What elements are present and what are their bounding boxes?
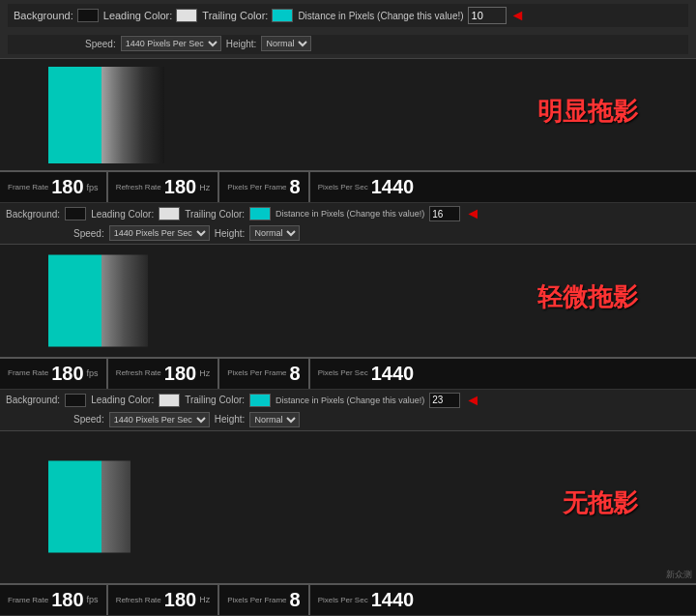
leading-swatch-p1[interactable]: [159, 207, 180, 220]
leading-color-swatch[interactable]: [176, 9, 197, 22]
pps-label-3: Pixels Per Sec: [318, 596, 368, 605]
leading-label-p2: Leading Color:: [91, 395, 154, 405]
refresh-rate-label-3: Refresh Rate: [116, 596, 161, 605]
panel-canvas-2: 轻微拖影: [0, 245, 696, 356]
ppf-value-3: 8: [290, 589, 301, 611]
main-container: Background: Leading Color: Trailing Colo…: [0, 0, 696, 616]
dist-input-p2[interactable]: [429, 393, 460, 408]
ctrl-row1-p1: Background: Leading Color: Trailing Colo…: [0, 203, 696, 224]
panel-canvas-3: 无拖影 新众测: [0, 431, 696, 583]
ctrl-row2-p1: Speed: 1440 Pixels Per Sec Height: Norma…: [0, 224, 696, 244]
frame-rate-value-3: 180: [51, 589, 83, 611]
panel-bottom-3: Frame Rate 180 fps Refresh Rate 180 Hz P…: [0, 583, 696, 616]
height-label-p2: Height:: [215, 414, 246, 425]
watermark: 新众测: [666, 569, 692, 581]
ppf-cell-3: Pixels Per Frame 8: [219, 585, 309, 615]
panel-bottom-2: Frame Rate 180 fps Refresh Rate 180 Hz P…: [0, 357, 696, 430]
dist-input-p1[interactable]: [429, 206, 460, 221]
distance-control-top: Distance in Pixels (Change this value!) …: [298, 7, 525, 24]
background-color-swatch[interactable]: [77, 9, 99, 22]
pps-value-1: 1440: [371, 176, 415, 198]
trailing-swatch-p2[interactable]: [249, 394, 271, 407]
panels-container: 明显拖影 Frame Rate 180 fps Refresh Rate 180…: [0, 59, 696, 616]
pps-cell-2: Pixels Per Sec 1440: [310, 359, 696, 389]
section-label-1: 明显拖影: [537, 95, 638, 129]
frame-rate-value-2: 180: [51, 363, 83, 385]
panel-light-trail: 轻微拖影 Frame Rate 180 fps Refresh Rate 180…: [0, 245, 696, 430]
bar-cyan-3: [48, 461, 102, 553]
panel-heavy-trail: 明显拖影 Frame Rate 180 fps Refresh Rate 180…: [0, 59, 696, 245]
top-control-bar: Background: Leading Color: Trailing Colo…: [0, 0, 696, 59]
speed-select-top[interactable]: 1440 Pixels Per Sec 720 Pixels Per Sec: [121, 36, 221, 51]
bg-swatch-p1[interactable]: [65, 207, 86, 220]
red-arrow-p1: ◄: [465, 205, 480, 222]
refresh-rate-unit-1: Hz: [199, 183, 210, 192]
pps-value-2: 1440: [371, 363, 415, 385]
trailing-swatch-p1[interactable]: [249, 207, 271, 220]
bar-trail-light-2: [102, 254, 148, 346]
pps-label-2: Pixels Per Sec: [318, 368, 368, 378]
frame-rate-value-1: 180: [51, 176, 83, 198]
speed-label-p2: Speed:: [73, 414, 104, 425]
ppf-value-2: 8: [290, 363, 301, 385]
frame-rate-label-2: Frame Rate: [8, 368, 48, 378]
section-label-2: 轻微拖影: [537, 280, 638, 314]
trailing-color-swatch[interactable]: [272, 9, 293, 22]
trailing-label-p2: Trailing Color:: [185, 395, 245, 405]
refresh-rate-value-3: 180: [164, 589, 196, 611]
speed-label-p1: Speed:: [73, 228, 104, 239]
dist-label-p2: Distance in Pixels (Change this value!): [276, 396, 424, 405]
refresh-rate-cell-1: Refresh Rate 180 Hz: [108, 172, 220, 202]
red-arrow-p2: ◄: [465, 392, 480, 409]
leading-label-p1: Leading Color:: [91, 209, 154, 220]
stats-row-2: Frame Rate 180 fps Refresh Rate 180 Hz P…: [0, 357, 696, 390]
trailing-label-p1: Trailing Color:: [185, 209, 245, 220]
leading-color-label-top: Leading Color:: [103, 9, 198, 22]
distance-input-top[interactable]: [468, 7, 507, 24]
speed-select-p2[interactable]: 1440 Pixels Per Sec: [109, 412, 210, 427]
ppf-value-1: 8: [290, 176, 301, 198]
bg-swatch-p2[interactable]: [65, 394, 86, 407]
height-select-p1[interactable]: Normal: [249, 225, 300, 241]
height-select-top[interactable]: Normal Small Large: [261, 36, 311, 51]
bar-trail-none-3: [102, 461, 130, 553]
speed-select-p1[interactable]: 1440 Pixels Per Sec: [109, 225, 210, 241]
height-select-p2[interactable]: Normal: [249, 412, 300, 427]
pps-cell-3: Pixels Per Sec 1440: [310, 585, 696, 615]
height-label-top: Height:: [226, 39, 257, 49]
bar-cyan-1: [48, 67, 102, 163]
ppf-cell-1: Pixels Per Frame 8: [219, 172, 309, 202]
refresh-rate-value-2: 180: [164, 363, 196, 385]
ppf-cell-2: Pixels Per Frame 8: [219, 359, 309, 389]
section-label-3: 无拖影: [563, 486, 638, 520]
trailing-color-text: Trailing Color:: [202, 10, 268, 21]
bg-label-p1: Background:: [6, 209, 60, 220]
bar-cyan-2: [48, 254, 102, 346]
dist-label-p1: Distance in Pixels (Change this value!): [276, 209, 424, 219]
frame-rate-cell-2: Frame Rate 180 fps: [0, 359, 108, 389]
ppf-label-3: Pixels Per Frame: [227, 596, 286, 605]
leading-swatch-p2[interactable]: [159, 394, 180, 407]
frame-rate-unit-3: fps: [87, 595, 99, 604]
refresh-rate-cell-3: Refresh Rate 180 Hz: [108, 585, 220, 615]
trailing-color-label-top: Trailing Color:: [202, 9, 293, 22]
frame-rate-unit-1: fps: [87, 183, 99, 192]
frame-rate-label-3: Frame Rate: [8, 596, 48, 605]
pps-value-3: 1440: [371, 589, 415, 611]
bar-trail-heavy-1: [102, 67, 164, 163]
frame-rate-unit-2: fps: [87, 368, 99, 378]
speed-label-top: Speed:: [85, 39, 116, 49]
pps-label-1: Pixels Per Sec: [318, 183, 368, 192]
pps-cell-1: Pixels Per Sec 1440: [310, 172, 696, 202]
background-label-top: Background:: [14, 9, 99, 22]
distance-label-text: Distance in Pixels (Change this value!): [298, 11, 463, 21]
ctrl-row1-p2: Background: Leading Color: Trailing Colo…: [0, 390, 696, 411]
refresh-rate-label-1: Refresh Rate: [116, 183, 161, 192]
panel-canvas-1: 明显拖影: [0, 59, 696, 170]
stats-row-3: Frame Rate 180 fps Refresh Rate 180 Hz P…: [0, 583, 696, 616]
panel-bottom-1: Frame Rate 180 fps Refresh Rate 180 Hz P…: [0, 170, 696, 244]
refresh-rate-value-1: 180: [164, 176, 196, 198]
height-label-p1: Height:: [215, 228, 246, 239]
ctrl-row2-p2: Speed: 1440 Pixels Per Sec Height: Norma…: [0, 411, 696, 430]
stats-row-1: Frame Rate 180 fps Refresh Rate 180 Hz P…: [0, 170, 696, 203]
